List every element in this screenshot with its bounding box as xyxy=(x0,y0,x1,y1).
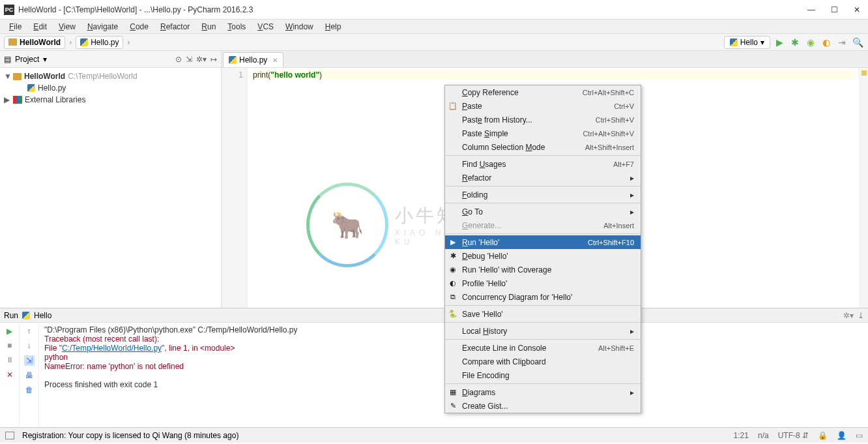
exit-button[interactable]: ⨯ xyxy=(7,370,13,379)
gear-icon[interactable]: ✲▾ xyxy=(843,311,854,320)
menu-navigate[interactable]: Navigate xyxy=(82,21,123,33)
code-line[interactable]: print("hello world") xyxy=(253,70,854,80)
stop-button[interactable]: ■ xyxy=(7,341,12,350)
pause-button[interactable]: ⏸ xyxy=(6,355,14,364)
tree-libs[interactable]: ▶ External Libraries xyxy=(0,94,221,106)
context-item[interactable]: Go To▸ xyxy=(445,205,641,218)
hide-icon[interactable]: ⤓ xyxy=(858,311,864,320)
lock-icon[interactable]: 🔒 xyxy=(818,431,828,440)
submenu-arrow-icon: ▸ xyxy=(630,388,634,397)
stop-button[interactable]: ⇥ xyxy=(835,36,848,49)
close-icon[interactable]: ✕ xyxy=(272,57,278,64)
context-item[interactable]: File Encoding xyxy=(445,368,641,382)
minimize-button[interactable]: — xyxy=(807,5,815,14)
coverage-button[interactable]: ◉ xyxy=(804,36,817,49)
context-item[interactable]: 🐍Save 'Hello' xyxy=(445,307,641,321)
up-button[interactable]: ↑ xyxy=(27,327,31,336)
context-item[interactable]: Compare with Clipboard xyxy=(445,355,641,368)
down-button[interactable]: ↓ xyxy=(27,341,31,350)
run-config-combo[interactable]: Hello ▾ xyxy=(724,36,770,49)
window-controls: — ☐ ✕ xyxy=(807,5,864,14)
menu-help[interactable]: Help xyxy=(320,21,347,33)
encoding[interactable]: UTF-8 ⇵ xyxy=(778,431,809,440)
context-separator xyxy=(445,155,641,156)
library-icon xyxy=(13,96,22,104)
menu-view[interactable]: View xyxy=(53,21,81,33)
context-item[interactable]: Paste from History...Ctrl+Shift+V xyxy=(445,113,641,126)
context-item-label: Create Gist... xyxy=(462,402,508,411)
hector-icon[interactable]: 👤 xyxy=(837,431,846,440)
tree-arrow-icon[interactable]: ▼ xyxy=(4,72,10,81)
context-separator xyxy=(445,339,641,340)
file-link[interactable]: C:/Temp/HelloWorld/Hello.py xyxy=(62,344,162,353)
context-item[interactable]: ⧉Concurrency Diagram for 'Hello' xyxy=(445,290,641,304)
menu-vcs[interactable]: VCS xyxy=(252,21,279,33)
context-separator xyxy=(445,203,641,203)
cursor-position[interactable]: 1:21 xyxy=(734,431,749,440)
tree-file[interactable]: Hello.py xyxy=(0,82,221,94)
warning-marker-icon[interactable] xyxy=(861,70,867,76)
breadcrumb-project[interactable]: HelloWorld xyxy=(4,36,65,49)
context-item-label: Run 'Hello' with Coverage xyxy=(462,265,551,274)
context-item-label: File Encoding xyxy=(462,371,510,380)
context-item[interactable]: Folding▸ xyxy=(445,188,641,201)
context-item[interactable]: Find UsagesAlt+F7 xyxy=(445,157,641,171)
gear-icon[interactable]: ✲▾ xyxy=(196,55,207,64)
context-item[interactable]: ◐Profile 'Hello' xyxy=(445,276,641,290)
tree-root[interactable]: ▼ HelloWorld C:\Temp\HelloWorld xyxy=(0,70,221,82)
menu-code[interactable]: Code xyxy=(124,21,154,33)
scroll-to-source-icon[interactable]: ⊙ xyxy=(175,55,182,64)
context-item-label: Debug 'Hello' xyxy=(462,252,508,261)
tree-arrow-icon[interactable]: ▶ xyxy=(4,95,10,104)
context-item[interactable]: ✱Debug 'Hello' xyxy=(445,249,641,263)
context-item[interactable]: Execute Line in ConsoleAlt+Shift+E xyxy=(445,341,641,355)
context-item[interactable]: ◉Run 'Hello' with Coverage xyxy=(445,263,641,276)
menu-refactor[interactable]: Refactor xyxy=(155,21,195,33)
context-item[interactable]: ✎Create Gist... xyxy=(445,399,641,413)
maximize-button[interactable]: ☐ xyxy=(831,5,838,14)
menu-tools[interactable]: Tools xyxy=(222,21,251,33)
context-item[interactable]: 📋PasteCtrl+V xyxy=(445,99,641,113)
trash-button[interactable]: 🗑 xyxy=(25,385,33,394)
context-separator xyxy=(445,322,641,323)
context-item[interactable]: Column Selection ModeAlt+Shift+Insert xyxy=(445,140,641,154)
soft-wrap-button[interactable]: ⇲ xyxy=(24,355,35,366)
menu-file[interactable]: File xyxy=(4,21,27,33)
menu-edit[interactable]: Edit xyxy=(28,21,52,33)
app-icon: PC xyxy=(4,5,14,15)
run-button[interactable]: ▶ xyxy=(773,36,786,49)
context-item[interactable]: Local History▸ xyxy=(445,324,641,338)
rerun-button[interactable]: ▶ xyxy=(7,327,12,336)
context-item-label: Profile 'Hello' xyxy=(462,279,507,288)
python-icon xyxy=(22,312,30,319)
debug-icon: ✱ xyxy=(448,252,457,261)
chevron-down-icon[interactable]: ▾ xyxy=(43,55,47,64)
hide-icon[interactable]: ↦ xyxy=(210,55,217,64)
context-menu: Copy ReferenceCtrl+Alt+Shift+C📋PasteCtrl… xyxy=(444,85,641,413)
context-item[interactable]: ▶Run 'Hello'Ctrl+Shift+F10 xyxy=(445,235,641,249)
context-shortcut: Alt+Shift+E xyxy=(598,344,634,352)
line-sep[interactable]: n/a xyxy=(758,431,769,440)
mem-indicator-icon[interactable]: ▭ xyxy=(856,431,863,440)
collapse-icon[interactable]: ⇲ xyxy=(186,55,192,64)
context-item-label: Refactor xyxy=(462,173,491,183)
menu-window[interactable]: Window xyxy=(280,21,319,33)
submenu-arrow-icon: ▸ xyxy=(630,173,634,183)
context-item[interactable]: Paste SimpleCtrl+Alt+Shift+V xyxy=(445,126,641,140)
editor-tab[interactable]: Hello.py ✕ xyxy=(223,52,283,67)
context-item[interactable]: Refactor▸ xyxy=(445,171,641,185)
gutter: 1 xyxy=(222,68,248,308)
debug-button[interactable]: ✱ xyxy=(788,36,802,49)
project-tree: ▼ HelloWorld C:\Temp\HelloWorld Hello.py… xyxy=(0,68,221,108)
print-button[interactable]: 🖶 xyxy=(25,371,33,380)
close-button[interactable]: ✕ xyxy=(854,5,860,14)
registration-text: Registration: Your copy is licensed to Q… xyxy=(22,431,239,440)
context-item[interactable]: ▦Diagrams▸ xyxy=(445,385,641,399)
context-item[interactable]: Copy ReferenceCtrl+Alt+Shift+C xyxy=(445,85,641,99)
profile-button[interactable]: ◐ xyxy=(820,36,833,49)
breadcrumb-file[interactable]: Hello.py xyxy=(76,36,123,49)
context-item-label: Execute Line in Console xyxy=(462,344,546,353)
menu-run[interactable]: Run xyxy=(196,21,221,33)
search-button[interactable]: 🔍 xyxy=(851,36,864,49)
project-view-icon[interactable]: ▤ xyxy=(4,55,11,64)
